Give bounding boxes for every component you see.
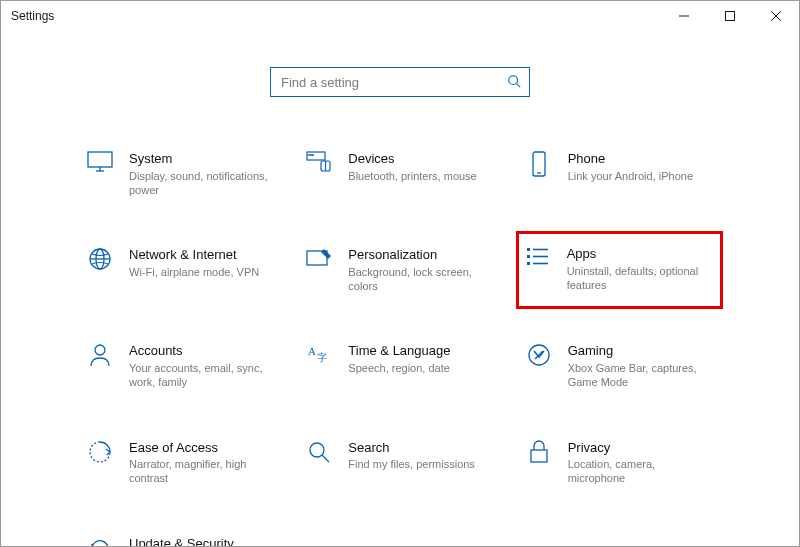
card-subtitle: Location, camera, microphone bbox=[568, 457, 715, 486]
card-accounts[interactable]: Accounts Your accounts, email, sync, wor… bbox=[81, 339, 280, 393]
settings-grid: System Display, sound, notifications, po… bbox=[81, 147, 719, 547]
svg-rect-6 bbox=[88, 152, 112, 167]
card-title: Network & Internet bbox=[129, 247, 259, 263]
magnifier-icon bbox=[304, 440, 334, 464]
svg-line-31 bbox=[322, 455, 329, 462]
time-language-icon: A字 bbox=[304, 343, 334, 367]
svg-point-11 bbox=[311, 154, 312, 155]
card-apps[interactable]: Apps Uninstall, defaults, optional featu… bbox=[516, 231, 723, 309]
svg-point-10 bbox=[309, 154, 310, 155]
card-title: Devices bbox=[348, 151, 476, 167]
card-title: Accounts bbox=[129, 343, 276, 359]
window-controls bbox=[661, 1, 799, 31]
card-title: Gaming bbox=[568, 343, 715, 359]
card-title: Personalization bbox=[348, 247, 495, 263]
svg-rect-1 bbox=[726, 12, 735, 21]
card-subtitle: Narrator, magnifier, high contrast bbox=[129, 457, 276, 486]
svg-text:A: A bbox=[308, 345, 316, 357]
card-title: Apps bbox=[567, 246, 716, 262]
card-title: Search bbox=[348, 440, 475, 456]
close-button[interactable] bbox=[753, 1, 799, 31]
titlebar: Settings bbox=[1, 1, 799, 31]
svg-rect-24 bbox=[527, 262, 530, 265]
card-devices[interactable]: Devices Bluetooth, printers, mouse bbox=[300, 147, 499, 201]
system-icon bbox=[85, 151, 115, 173]
search-icon bbox=[507, 74, 521, 91]
personalization-icon bbox=[304, 247, 334, 269]
card-update-security[interactable]: Update & Security Windows Update, recove… bbox=[81, 532, 280, 547]
card-title: System bbox=[129, 151, 276, 167]
card-subtitle: Find my files, permissions bbox=[348, 457, 475, 471]
svg-point-30 bbox=[310, 443, 324, 457]
card-subtitle: Wi-Fi, airplane mode, VPN bbox=[129, 265, 259, 279]
accounts-icon bbox=[85, 343, 115, 367]
card-subtitle: Link your Android, iPhone bbox=[568, 169, 693, 183]
card-time-language[interactable]: A字 Time & Language Speech, region, date bbox=[300, 339, 499, 393]
card-subtitle: Bluetooth, printers, mouse bbox=[348, 169, 476, 183]
maximize-button[interactable] bbox=[707, 1, 753, 31]
svg-rect-20 bbox=[527, 248, 530, 251]
svg-point-12 bbox=[313, 154, 314, 155]
ease-of-access-icon bbox=[85, 440, 115, 464]
card-system[interactable]: System Display, sound, notifications, po… bbox=[81, 147, 280, 201]
svg-rect-32 bbox=[531, 450, 547, 462]
minimize-button[interactable] bbox=[661, 1, 707, 31]
window-title: Settings bbox=[11, 9, 54, 23]
gaming-icon bbox=[524, 343, 554, 367]
search-container bbox=[1, 67, 799, 97]
card-subtitle: Background, lock screen, colors bbox=[348, 265, 495, 294]
apps-icon bbox=[523, 246, 553, 268]
card-subtitle: Display, sound, notifications, power bbox=[129, 169, 276, 198]
svg-rect-22 bbox=[527, 255, 530, 258]
card-title: Phone bbox=[568, 151, 693, 167]
card-subtitle: Xbox Game Bar, captures, Game Mode bbox=[568, 361, 715, 390]
lock-icon bbox=[524, 440, 554, 464]
card-title: Privacy bbox=[568, 440, 715, 456]
search-box[interactable] bbox=[270, 67, 530, 97]
card-phone[interactable]: Phone Link your Android, iPhone bbox=[520, 147, 719, 201]
update-icon bbox=[85, 536, 115, 547]
svg-line-5 bbox=[517, 83, 521, 87]
card-gaming[interactable]: Gaming Xbox Game Bar, captures, Game Mod… bbox=[520, 339, 719, 393]
phone-icon bbox=[524, 151, 554, 177]
svg-text:字: 字 bbox=[317, 352, 327, 363]
card-personalization[interactable]: Personalization Background, lock screen,… bbox=[300, 243, 499, 297]
card-subtitle: Your accounts, email, sync, work, family bbox=[129, 361, 276, 390]
svg-point-4 bbox=[509, 75, 518, 84]
card-ease-of-access[interactable]: Ease of Access Narrator, magnifier, high… bbox=[81, 436, 280, 490]
card-network[interactable]: Network & Internet Wi-Fi, airplane mode,… bbox=[81, 243, 280, 297]
card-subtitle: Speech, region, date bbox=[348, 361, 450, 375]
card-title: Update & Security bbox=[129, 536, 276, 547]
search-input[interactable] bbox=[279, 74, 507, 91]
card-title: Ease of Access bbox=[129, 440, 276, 456]
card-title: Time & Language bbox=[348, 343, 450, 359]
card-search[interactable]: Search Find my files, permissions bbox=[300, 436, 499, 490]
devices-icon bbox=[304, 151, 334, 173]
globe-icon bbox=[85, 247, 115, 271]
card-privacy[interactable]: Privacy Location, camera, microphone bbox=[520, 436, 719, 490]
card-subtitle: Uninstall, defaults, optional features bbox=[567, 264, 716, 293]
svg-point-26 bbox=[95, 345, 105, 355]
svg-rect-9 bbox=[307, 152, 325, 160]
